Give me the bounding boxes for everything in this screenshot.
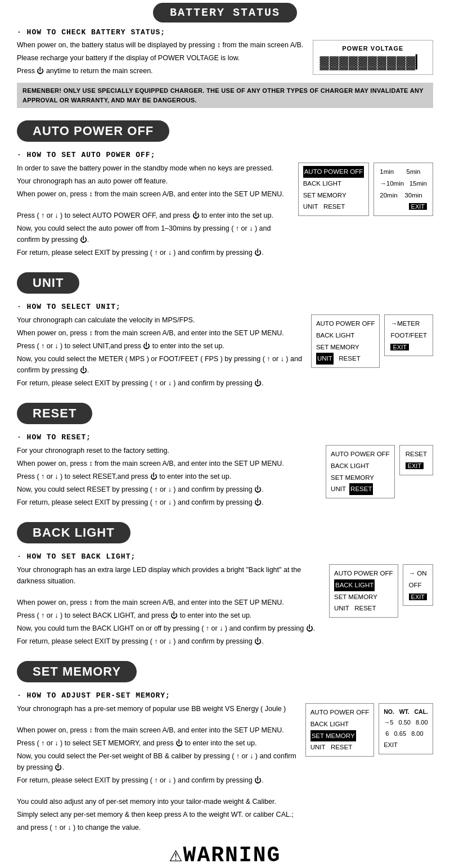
auto-power-off-heading: · HOW TO SET AUTO POWER OFF; xyxy=(17,151,433,159)
unit-opt2: FOOT/FEET xyxy=(390,330,427,341)
sm-menu-line2: BACK LIGHT xyxy=(310,718,370,730)
apo-para5: Now, you could select the auto power off… xyxy=(17,223,292,245)
unit-highlighted: UNIT xyxy=(316,353,334,365)
reset-para2: When power on, press ↕ from the main scr… xyxy=(17,458,320,469)
unit-text: Your chronograph can calculate the veloc… xyxy=(17,314,305,390)
unit-opt1: →METER xyxy=(390,318,427,330)
battery-para3: Press ⏻ anytime to return the main scree… xyxy=(17,66,307,77)
back-light-section: BACK LIGHT · HOW TO SET BACK LIGHT; Your… xyxy=(17,516,433,649)
bl-options-box: → ON OFF EXIT xyxy=(403,564,433,606)
unit-menu-line3: SET MEMORY xyxy=(316,341,375,353)
sm-menu-box: AUTO POWER OFF BACK LIGHT SET MEMORY UNI… xyxy=(305,703,375,757)
reset-menu-box: AUTO POWER OFF BACK LIGHT SET MEMORY UNI… xyxy=(326,445,395,498)
unit-heading: · HOW TO SELECT UNIT; xyxy=(17,303,433,311)
apo-para6: For return, please select EXIT by pressi… xyxy=(17,247,292,258)
sm-para7: Simply select any per-set memory & then … xyxy=(17,809,300,820)
apo-para4: Press ( ↑ or ↓ ) to select AUTO POWER OF… xyxy=(17,210,292,221)
unit-menu-line1: AUTO POWER OFF xyxy=(316,318,375,330)
sm-table-exit: EXIT xyxy=(384,740,428,751)
sm-para8: and press ( ↑ or ↓ ) to change the value… xyxy=(17,822,300,833)
sm-para2: When power on, press ↕ from the main scr… xyxy=(17,725,300,736)
unit-body: Your chronograph can calculate the veloc… xyxy=(17,314,433,390)
unit-para4: Now, you could select the METER ( MPS ) … xyxy=(17,353,305,376)
apo-opt-exit: EXIT xyxy=(380,201,427,213)
unit-para5: For return, please select EXIT by pressi… xyxy=(17,377,305,389)
unit-opt-exit: EXIT xyxy=(390,341,427,353)
reset-menu-line1: AUTO POWER OFF xyxy=(331,448,390,460)
auto-power-off-body: In order to save the battery power in th… xyxy=(17,163,433,260)
unit-para1: Your chronograph can calculate the veloc… xyxy=(17,314,305,326)
battery-check-row: When power on, the battery status will b… xyxy=(17,40,433,78)
unit-menu-line4: UNIT RESET xyxy=(316,353,375,365)
apo-para3: When power on, press ↕ from the main scr… xyxy=(17,188,292,200)
battery-para2: Please recharge your battery if the disp… xyxy=(17,53,307,64)
bl-highlighted: BACK LIGHT xyxy=(334,579,375,591)
sm-menu-line1: AUTO POWER OFF xyxy=(310,707,370,718)
bl-para5: For return, please select EXIT by pressi… xyxy=(17,636,323,647)
battery-status-header: BATTERY STATUS xyxy=(17,3,433,23)
sm-highlighted: SET MEMORY xyxy=(310,730,356,742)
battery-check-text: When power on, the battery status will b… xyxy=(17,40,307,78)
bl-menu-line4: UNIT RESET xyxy=(334,602,393,614)
apo-menu-box: AUTO POWER OFF BACK LIGHT SET MEMORY UNI… xyxy=(298,163,370,216)
auto-power-off-section: AUTO POWER OFF · HOW TO SET AUTO POWER O… xyxy=(17,115,433,260)
bl-opt-exit: EXIT xyxy=(409,591,427,603)
auto-power-off-text: In order to save the battery power in th… xyxy=(17,163,292,260)
reset-heading: · HOW TO RESET; xyxy=(17,433,433,442)
unit-options-box: →METER FOOT/FEET EXIT xyxy=(384,314,433,356)
reset-para4: Now, you could select RESET by pressing … xyxy=(17,484,320,495)
reset-menu-line3: SET MEMORY xyxy=(331,472,390,484)
back-light-text: Your chronograph has an extra large LED … xyxy=(17,564,323,649)
apo-menu-boxes: AUTO POWER OFF BACK LIGHT SET MEMORY UNI… xyxy=(298,163,433,216)
apo-opt2: →10min 15min xyxy=(380,178,427,190)
sm-table-row1: →5 0.50 8.00 xyxy=(384,717,428,728)
battery-status-section: · HOW TO CHECK BATTERY STATUS; When powe… xyxy=(17,28,433,108)
set-memory-body: Your chronograph has a pre-set memory of… xyxy=(17,703,433,835)
sm-para1: Your chronograph has a pre-set memory of… xyxy=(17,703,300,714)
sm-menu-line3: SET MEMORY xyxy=(310,730,370,742)
battery-title: BATTERY STATUS xyxy=(153,3,297,23)
set-memory-section: SET MEMORY · HOW TO ADJUST PER-SET MEMOR… xyxy=(17,655,433,835)
back-light-body: Your chronograph has an extra large LED … xyxy=(17,564,433,649)
reset-title: RESET xyxy=(17,403,92,424)
sm-memory-table: NO. WT. CAL. →5 0.50 8.00 6 0.65 8.00 EX… xyxy=(379,703,433,754)
sm-para4: Now, you could select the Per-set weight… xyxy=(17,750,300,773)
back-light-pill-container: BACK LIGHT xyxy=(17,516,433,548)
bl-menu-box: AUTO POWER OFF BACK LIGHT SET MEMORY UNI… xyxy=(329,564,398,618)
back-light-title: BACK LIGHT xyxy=(17,522,130,543)
power-voltage-box: POWER VOLTAGE ▓▓▓▓▓▓▓▓▓▓▏ xyxy=(313,40,433,75)
bl-para2: When power on, press ↕ from the main scr… xyxy=(17,597,323,608)
bl-opt2: OFF xyxy=(409,579,427,591)
reset-highlighted: RESET xyxy=(349,483,373,495)
bl-para4: Now, you could turn the BACK LIGHT on or… xyxy=(17,623,323,634)
apo-menu-line2: BACK LIGHT xyxy=(303,178,364,190)
unit-menu-line2: BACK LIGHT xyxy=(316,330,375,341)
back-light-heading: · HOW TO SET BACK LIGHT; xyxy=(17,552,433,561)
bl-menu-line2: BACK LIGHT xyxy=(334,579,393,591)
sm-para5: For return, please select EXIT by pressi… xyxy=(17,775,300,786)
unit-para2: When power on, press ↕ from the main scr… xyxy=(17,327,305,339)
reset-body: For your chronograph reset to the factor… xyxy=(17,445,433,510)
bl-menu-line1: AUTO POWER OFF xyxy=(334,568,393,579)
reset-para5: For return, please select EXIT by pressi… xyxy=(17,497,320,508)
reset-pill-container: RESET xyxy=(17,397,433,429)
apo-para2: Your chronograph has an auto power off f… xyxy=(17,176,292,187)
warning-footer-text: ⚠WARNING xyxy=(17,842,433,867)
unit-menu-boxes: AUTO POWER OFF BACK LIGHT SET MEMORY UNI… xyxy=(311,314,433,368)
reset-menu-boxes: AUTO POWER OFF BACK LIGHT SET MEMORY UNI… xyxy=(326,445,433,498)
apo-opt3: 20min 30min xyxy=(380,190,427,201)
unit-title: UNIT xyxy=(17,272,79,294)
bl-para1: Your chronograph has an extra large LED … xyxy=(17,564,323,587)
sm-para3: Press ( ↑ or ↓ ) to select SET MEMORY, a… xyxy=(17,737,300,749)
reset-para1: For your chronograph reset to the factor… xyxy=(17,445,320,456)
apo-highlighted: AUTO POWER OFF xyxy=(303,166,364,178)
sm-menu-line4: UNIT RESET xyxy=(310,741,370,753)
reset-opt1: RESET xyxy=(406,448,427,460)
reset-section: RESET · HOW TO RESET; For your chronogra… xyxy=(17,397,433,510)
bl-menu-boxes: AUTO POWER OFF BACK LIGHT SET MEMORY UNI… xyxy=(329,564,433,618)
reset-text: For your chronograph reset to the factor… xyxy=(17,445,320,510)
reset-menu-line2: BACK LIGHT xyxy=(331,460,390,472)
reset-options-box: RESET EXIT xyxy=(399,445,433,475)
unit-menu-box: AUTO POWER OFF BACK LIGHT SET MEMORY UNI… xyxy=(311,314,380,368)
reset-menu-line4: UNIT RESET xyxy=(331,483,390,495)
